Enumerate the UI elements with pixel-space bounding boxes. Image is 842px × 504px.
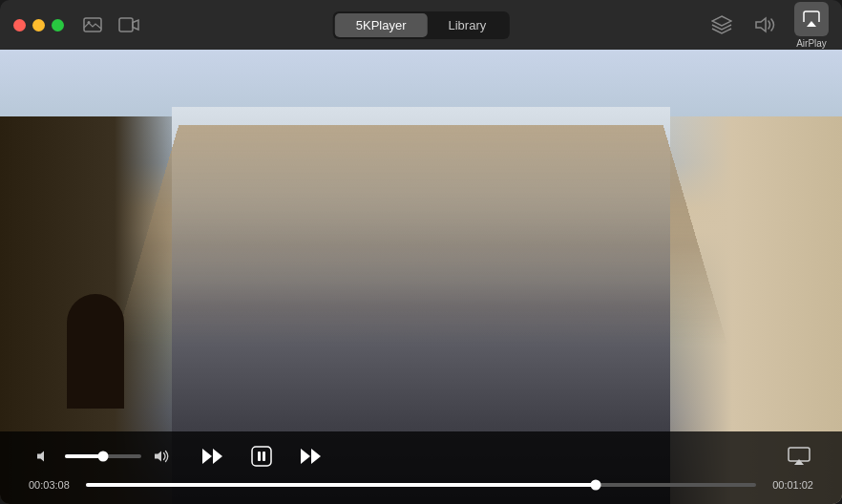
remaining-time: 00:01:02	[766, 479, 813, 491]
scene-fold-overlay	[115, 125, 727, 345]
volume-control	[29, 441, 178, 472]
fastforward-button[interactable]	[296, 441, 326, 472]
progress-fill	[86, 483, 596, 487]
svg-rect-4	[258, 452, 261, 461]
progress-row: 00:03:08 00:01:02	[29, 479, 813, 491]
maximize-button[interactable]	[52, 19, 64, 32]
close-button[interactable]	[13, 19, 26, 32]
video-area[interactable]: 00:03:08 00:01:02	[0, 50, 842, 504]
nav-tabs: 5KPlayer Library	[333, 11, 510, 39]
scene-figure	[67, 294, 124, 409]
airplay-cast-button[interactable]	[785, 442, 813, 471]
titlebar-right-controls: AirPlay	[706, 2, 829, 49]
svg-rect-2	[119, 18, 133, 32]
airplay-icon	[794, 2, 829, 36]
volume-slider[interactable]	[65, 454, 141, 458]
progress-bar[interactable]	[86, 483, 756, 487]
progress-thumb	[590, 480, 600, 491]
layers-icon[interactable]	[706, 10, 737, 40]
titlebar: 5KPlayer Library	[0, 0, 842, 50]
svg-rect-5	[263, 452, 265, 461]
pause-button[interactable]	[246, 441, 277, 472]
app-window: 5KPlayer Library	[0, 0, 842, 504]
controls-main-row	[29, 441, 813, 472]
svg-rect-3	[252, 447, 271, 466]
traffic-lights	[13, 19, 64, 32]
airplay-label: AirPlay	[796, 38, 827, 49]
volume-thumb	[98, 452, 109, 462]
tab-library[interactable]: Library	[428, 13, 508, 37]
volume-down-button[interactable]	[29, 441, 59, 472]
photo-icon[interactable]	[79, 11, 106, 38]
current-time: 00:03:08	[29, 479, 76, 491]
volume-icon[interactable]	[750, 10, 781, 40]
airplay-button[interactable]: AirPlay	[794, 2, 829, 49]
video-icon[interactable]	[116, 11, 142, 38]
volume-up-button[interactable]	[147, 441, 178, 472]
tab-5kplayer[interactable]: 5KPlayer	[335, 13, 428, 37]
titlebar-left-controls	[79, 11, 142, 38]
player-controls: 00:03:08 00:01:02	[0, 431, 842, 504]
svg-rect-6	[789, 448, 810, 461]
rewind-button[interactable]	[197, 441, 227, 472]
minimize-button[interactable]	[32, 19, 45, 32]
